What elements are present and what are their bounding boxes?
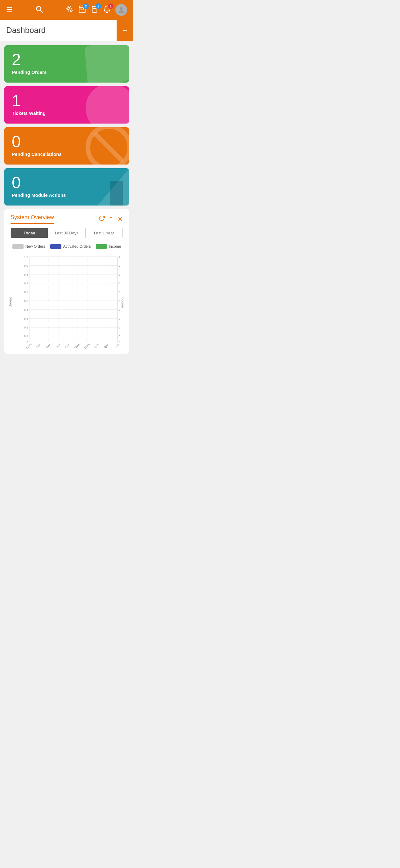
svg-text:0.3: 0.3	[24, 317, 28, 320]
svg-point-6	[120, 7, 123, 10]
overview-divider	[4, 224, 129, 224]
svg-text:0.5: 0.5	[119, 299, 120, 303]
chart-svg: 1.0 0.9 0.8 0.7 0.6 0.5 0.4 0.3 0.2 0.1 …	[21, 251, 120, 350]
pending-cancellations-number: 0	[12, 133, 122, 150]
dashboard-content: 2 Pending Orders 1 Tickets Waiting 0 Pen…	[0, 41, 133, 361]
pending-module-actions-label: Pending Module Actions	[12, 192, 122, 198]
pending-cancellations-label: Pending Cancellations	[12, 152, 122, 157]
back-button[interactable]: ←	[116, 20, 133, 41]
svg-text:0.8: 0.8	[24, 273, 28, 276]
topbar-right: 2 2 1	[66, 4, 127, 16]
svg-text:0.5: 0.5	[24, 299, 28, 303]
svg-text:4am: 4am	[45, 343, 51, 349]
settings-icon-btn[interactable]	[66, 5, 74, 14]
pending-orders-label: Pending Orders	[12, 69, 122, 75]
svg-text:1.0: 1.0	[119, 255, 120, 258]
period-30days-btn[interactable]: Last 30 Days	[48, 228, 85, 238]
legend-income-swatch	[96, 244, 107, 249]
pending-module-actions-number: 0	[12, 175, 122, 191]
pending-orders-card[interactable]: 2 Pending Orders	[4, 45, 129, 83]
chart-legend: New Orders Activated Orders Income	[4, 242, 129, 251]
svg-text:0.8: 0.8	[119, 273, 120, 276]
system-overview-panel: System Overview ⌃ ✕ Today Last 30 Days L…	[4, 209, 129, 353]
topbar-center	[35, 5, 43, 15]
svg-text:0.2: 0.2	[119, 326, 120, 329]
overview-title: System Overview	[10, 214, 54, 224]
back-arrow-icon: ←	[122, 26, 128, 34]
tickets-waiting-number: 1	[12, 93, 122, 108]
bell-icon-btn[interactable]: 1	[103, 5, 111, 14]
page-header: Dashboard ←	[0, 20, 133, 41]
svg-text:0.1: 0.1	[24, 334, 28, 338]
svg-text:8am: 8am	[65, 343, 70, 349]
legend-activated-orders-label: Activated Orders	[63, 244, 91, 249]
tickets-waiting-label: Tickets Waiting	[12, 111, 122, 116]
topbar-left: ☰	[6, 6, 12, 14]
svg-text:0: 0	[26, 340, 28, 344]
legend-activated-orders: Activated Orders	[50, 244, 91, 249]
svg-text:0.3: 0.3	[119, 317, 120, 320]
legend-income-label: Income	[109, 244, 121, 249]
pending-cancellations-card[interactable]: 0 Pending Cancellations	[4, 127, 129, 164]
topbar: ☰ 2	[0, 0, 133, 20]
search-icon[interactable]	[35, 5, 43, 15]
svg-text:0.7: 0.7	[119, 282, 120, 285]
clipboard-badge: 2	[96, 3, 101, 9]
pending-orders-number: 2	[12, 52, 122, 68]
svg-text:4pm: 4pm	[103, 343, 109, 349]
legend-activated-orders-swatch	[50, 244, 61, 249]
legend-new-orders-label: New Orders	[26, 244, 45, 249]
svg-text:0.4: 0.4	[119, 308, 120, 311]
page-title: Dashboard	[6, 26, 45, 35]
collapse-icon[interactable]: ⌃	[108, 215, 114, 223]
tickets-waiting-card[interactable]: 1 Tickets Waiting	[4, 86, 129, 124]
svg-text:6pm: 6pm	[114, 343, 120, 349]
legend-new-orders: New Orders	[12, 244, 45, 249]
svg-text:0.1: 0.1	[119, 334, 120, 338]
clipboard-icon-btn[interactable]: 2	[91, 5, 99, 14]
chart-container: Orders Income 1.0 0.9 0.8 0.7	[4, 251, 129, 353]
svg-text:6am: 6am	[55, 343, 61, 349]
svg-text:0.4: 0.4	[24, 308, 28, 311]
svg-text:10am: 10am	[73, 343, 80, 349]
svg-point-0	[68, 7, 70, 10]
svg-text:0.2: 0.2	[24, 326, 28, 329]
svg-text:0.9: 0.9	[119, 264, 120, 267]
overview-actions: ⌃ ✕	[99, 215, 123, 223]
bell-badge: 1	[108, 3, 113, 9]
legend-income: Income	[96, 244, 121, 249]
avatar[interactable]	[115, 4, 127, 16]
svg-text:0.7: 0.7	[24, 282, 28, 285]
close-icon[interactable]: ✕	[118, 215, 123, 223]
period-selector: Today Last 30 Days Last 1 Year	[10, 228, 123, 238]
hamburger-icon[interactable]: ☰	[6, 6, 12, 14]
svg-text:2am: 2am	[35, 343, 41, 349]
svg-text:0: 0	[119, 340, 120, 344]
y-axis-left-label: Orders	[8, 297, 12, 308]
period-today-btn[interactable]: Today	[11, 228, 48, 238]
svg-text:2pm: 2pm	[94, 343, 100, 349]
legend-new-orders-swatch	[12, 244, 24, 249]
overview-header: System Overview ⌃ ✕	[4, 209, 129, 224]
cart-icon-btn[interactable]: 2	[78, 5, 86, 14]
pending-module-actions-card[interactable]: 0 Pending Module Actions	[4, 168, 129, 206]
period-1year-btn[interactable]: Last 1 Year	[86, 228, 123, 238]
refresh-icon[interactable]	[99, 215, 105, 223]
svg-text:12pm: 12pm	[84, 343, 90, 349]
svg-text:1.0: 1.0	[24, 255, 28, 258]
svg-text:0.6: 0.6	[119, 290, 120, 294]
y-axis-right-label: Income	[121, 297, 125, 308]
svg-text:0.9: 0.9	[24, 264, 28, 267]
cart-badge: 2	[83, 3, 89, 9]
svg-text:0.6: 0.6	[24, 290, 28, 294]
